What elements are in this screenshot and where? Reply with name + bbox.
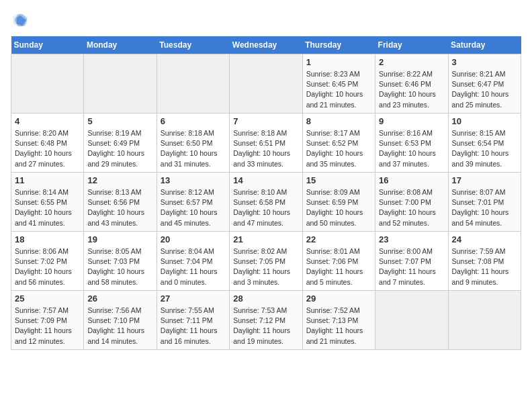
calendar-day-cell: 19Sunrise: 8:05 AMSunset: 7:03 PMDayligh…	[84, 232, 157, 291]
calendar-day-cell: 28Sunrise: 7:53 AMSunset: 7:12 PMDayligh…	[230, 291, 302, 350]
day-info: Sunrise: 8:18 AMSunset: 6:50 PMDaylight:…	[161, 128, 226, 169]
weekday-header-row: SundayMondayTuesdayWednesdayThursdayFrid…	[11, 36, 521, 54]
day-number: 4	[15, 116, 80, 126]
day-number: 19	[87, 234, 152, 244]
day-info: Sunrise: 8:14 AMSunset: 6:55 PMDaylight:…	[15, 187, 80, 228]
calendar-week-row: 18Sunrise: 8:06 AMSunset: 7:02 PMDayligh…	[11, 232, 521, 291]
day-info: Sunrise: 8:06 AMSunset: 7:02 PMDaylight:…	[15, 246, 80, 287]
weekday-header-thursday: Thursday	[302, 36, 375, 54]
day-number: 6	[161, 116, 226, 126]
calendar-day-cell: 9Sunrise: 8:16 AMSunset: 6:53 PMDaylight…	[375, 113, 448, 173]
day-info: Sunrise: 8:18 AMSunset: 6:51 PMDaylight:…	[233, 128, 298, 169]
calendar-day-cell: 13Sunrise: 8:12 AMSunset: 6:57 PMDayligh…	[157, 173, 229, 232]
day-info: Sunrise: 8:07 AMSunset: 7:01 PMDaylight:…	[452, 187, 517, 228]
day-info: Sunrise: 8:16 AMSunset: 6:53 PMDaylight:…	[379, 128, 444, 169]
day-number: 21	[233, 234, 298, 244]
calendar-day-cell: 20Sunrise: 8:04 AMSunset: 7:04 PMDayligh…	[157, 232, 229, 291]
calendar-day-cell: 11Sunrise: 8:14 AMSunset: 6:55 PMDayligh…	[11, 173, 84, 232]
day-info: Sunrise: 7:57 AMSunset: 7:09 PMDaylight:…	[15, 306, 80, 347]
day-number: 23	[379, 234, 444, 244]
calendar-week-row: 4Sunrise: 8:20 AMSunset: 6:48 PMDaylight…	[11, 113, 521, 173]
day-info: Sunrise: 8:21 AMSunset: 6:47 PMDaylight:…	[452, 69, 517, 110]
calendar-day-cell: 14Sunrise: 8:10 AMSunset: 6:58 PMDayligh…	[230, 173, 302, 232]
day-number: 24	[452, 234, 517, 244]
day-info: Sunrise: 7:53 AMSunset: 7:12 PMDaylight:…	[233, 306, 298, 347]
day-number: 26	[87, 293, 152, 304]
day-info: Sunrise: 8:01 AMSunset: 7:06 PMDaylight:…	[306, 246, 371, 287]
calendar-day-cell: 2Sunrise: 8:22 AMSunset: 6:46 PMDaylight…	[375, 54, 448, 113]
logo	[11, 11, 32, 30]
day-number: 5	[87, 116, 152, 126]
day-info: Sunrise: 7:55 AMSunset: 7:11 PMDaylight:…	[161, 306, 226, 347]
weekday-header-sunday: Sunday	[11, 36, 84, 54]
calendar-day-cell: 4Sunrise: 8:20 AMSunset: 6:48 PMDaylight…	[11, 113, 84, 173]
day-info: Sunrise: 8:00 AMSunset: 7:07 PMDaylight:…	[379, 246, 444, 287]
day-number: 11	[15, 175, 80, 185]
day-info: Sunrise: 8:22 AMSunset: 6:46 PMDaylight:…	[379, 69, 444, 110]
day-info: Sunrise: 8:10 AMSunset: 6:58 PMDaylight:…	[233, 187, 298, 228]
day-info: Sunrise: 8:20 AMSunset: 6:48 PMDaylight:…	[15, 128, 80, 169]
calendar-day-cell: 6Sunrise: 8:18 AMSunset: 6:50 PMDaylight…	[157, 113, 229, 173]
day-info: Sunrise: 8:19 AMSunset: 6:49 PMDaylight:…	[87, 128, 152, 169]
day-info: Sunrise: 8:02 AMSunset: 7:05 PMDaylight:…	[233, 246, 298, 287]
day-number: 10	[452, 116, 517, 126]
day-number: 17	[452, 175, 517, 185]
day-number: 18	[15, 234, 80, 244]
calendar-day-cell	[157, 54, 229, 113]
day-number: 15	[306, 175, 371, 185]
calendar-day-cell: 5Sunrise: 8:19 AMSunset: 6:49 PMDaylight…	[84, 113, 157, 173]
calendar-day-cell: 21Sunrise: 8:02 AMSunset: 7:05 PMDayligh…	[230, 232, 302, 291]
calendar-day-cell	[84, 54, 157, 113]
weekday-header-wednesday: Wednesday	[230, 36, 302, 54]
calendar-day-cell: 29Sunrise: 7:52 AMSunset: 7:13 PMDayligh…	[302, 291, 375, 350]
day-info: Sunrise: 8:12 AMSunset: 6:57 PMDaylight:…	[161, 187, 226, 228]
calendar-week-row: 11Sunrise: 8:14 AMSunset: 6:55 PMDayligh…	[11, 173, 521, 232]
weekday-header-monday: Monday	[84, 36, 157, 54]
day-number: 14	[233, 175, 298, 185]
weekday-header-tuesday: Tuesday	[157, 36, 229, 54]
calendar-day-cell	[230, 54, 302, 113]
logo-icon	[11, 11, 30, 30]
calendar-day-cell: 10Sunrise: 8:15 AMSunset: 6:54 PMDayligh…	[448, 113, 521, 173]
day-info: Sunrise: 8:08 AMSunset: 7:00 PMDaylight:…	[379, 187, 444, 228]
weekday-header-saturday: Saturday	[448, 36, 521, 54]
day-info: Sunrise: 7:56 AMSunset: 7:10 PMDaylight:…	[87, 306, 152, 347]
day-number: 2	[379, 57, 444, 67]
calendar-week-row: 25Sunrise: 7:57 AMSunset: 7:09 PMDayligh…	[11, 291, 521, 350]
day-number: 16	[379, 175, 444, 185]
calendar-day-cell: 7Sunrise: 8:18 AMSunset: 6:51 PMDaylight…	[230, 113, 302, 173]
day-number: 22	[306, 234, 371, 244]
calendar-day-cell: 12Sunrise: 8:13 AMSunset: 6:56 PMDayligh…	[84, 173, 157, 232]
calendar-day-cell: 25Sunrise: 7:57 AMSunset: 7:09 PMDayligh…	[11, 291, 84, 350]
day-number: 1	[306, 57, 371, 67]
calendar-table: SundayMondayTuesdayWednesdayThursdayFrid…	[11, 36, 521, 350]
calendar-day-cell: 22Sunrise: 8:01 AMSunset: 7:06 PMDayligh…	[302, 232, 375, 291]
day-number: 27	[161, 293, 226, 304]
calendar-day-cell: 17Sunrise: 8:07 AMSunset: 7:01 PMDayligh…	[448, 173, 521, 232]
day-number: 29	[306, 293, 371, 304]
day-info: Sunrise: 7:52 AMSunset: 7:13 PMDaylight:…	[306, 306, 371, 347]
day-number: 9	[379, 116, 444, 126]
day-info: Sunrise: 8:05 AMSunset: 7:03 PMDaylight:…	[87, 246, 152, 287]
day-number: 28	[233, 293, 298, 304]
calendar-day-cell: 23Sunrise: 8:00 AMSunset: 7:07 PMDayligh…	[375, 232, 448, 291]
weekday-header-friday: Friday	[375, 36, 448, 54]
day-info: Sunrise: 8:09 AMSunset: 6:59 PMDaylight:…	[306, 187, 371, 228]
calendar-day-cell: 24Sunrise: 7:59 AMSunset: 7:08 PMDayligh…	[448, 232, 521, 291]
day-number: 12	[87, 175, 152, 185]
calendar-day-cell: 8Sunrise: 8:17 AMSunset: 6:52 PMDaylight…	[302, 113, 375, 173]
calendar-day-cell: 1Sunrise: 8:23 AMSunset: 6:45 PMDaylight…	[302, 54, 375, 113]
calendar-day-cell	[375, 291, 448, 350]
day-number: 13	[161, 175, 226, 185]
calendar-day-cell: 18Sunrise: 8:06 AMSunset: 7:02 PMDayligh…	[11, 232, 84, 291]
calendar-day-cell: 16Sunrise: 8:08 AMSunset: 7:00 PMDayligh…	[375, 173, 448, 232]
calendar-day-cell: 26Sunrise: 7:56 AMSunset: 7:10 PMDayligh…	[84, 291, 157, 350]
calendar-day-cell	[448, 291, 521, 350]
day-info: Sunrise: 8:23 AMSunset: 6:45 PMDaylight:…	[306, 69, 371, 110]
calendar-day-cell: 3Sunrise: 8:21 AMSunset: 6:47 PMDaylight…	[448, 54, 521, 113]
day-number: 20	[161, 234, 226, 244]
day-info: Sunrise: 8:15 AMSunset: 6:54 PMDaylight:…	[452, 128, 517, 169]
day-info: Sunrise: 7:59 AMSunset: 7:08 PMDaylight:…	[452, 246, 517, 287]
day-number: 8	[306, 116, 371, 126]
page-header	[11, 11, 521, 30]
